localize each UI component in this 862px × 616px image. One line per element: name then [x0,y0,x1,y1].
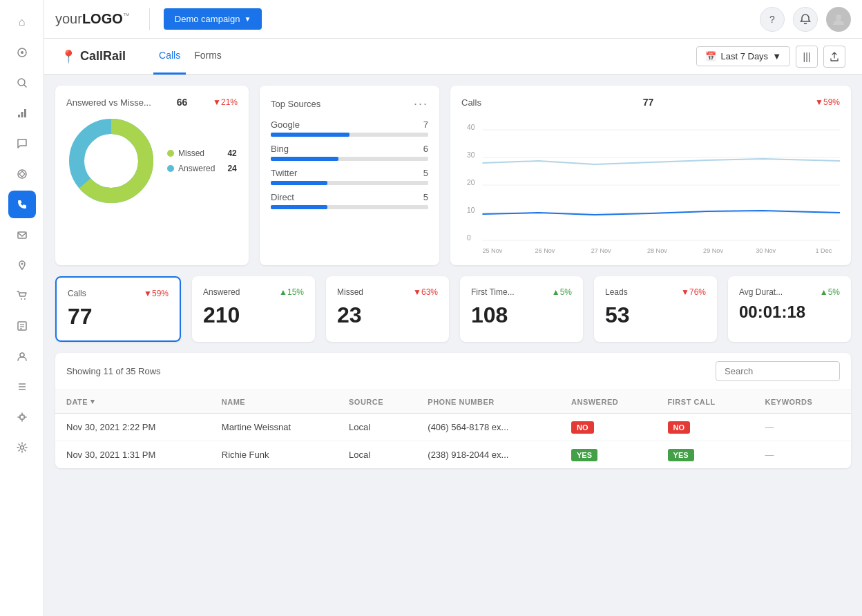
col-source: SOURCE [338,390,416,414]
col-answered: ANSWERED [560,390,657,414]
sources-card-header: Top Sources ··· [271,97,428,111]
avatar[interactable] [826,7,851,32]
cell-name: Martine Weissnat [211,414,338,441]
dashboard: Answered vs Misse... 66 ▼21% [44,75,862,479]
svg-text:20: 20 [467,179,475,186]
tab-forms[interactable]: Forms [189,39,227,75]
svg-text:40: 40 [467,124,475,131]
chart-icon[interactable] [8,99,36,127]
donut-card-title: Answered vs Misse... [66,97,151,108]
svg-text:30: 30 [467,151,475,159]
dropdown-arrow-icon: ▼ [244,15,251,23]
svg-point-21 [20,446,23,450]
svg-text:29 Nov: 29 Nov [703,247,723,254]
cell-source: Local [338,414,416,441]
svg-rect-20 [20,415,24,419]
home-icon[interactable]: ⌂ [8,8,36,36]
calls-badge: ▼59% [815,97,840,107]
donut-card-count: 66 [177,97,188,108]
user-icon[interactable] [8,343,36,370]
stat-card-avgduration[interactable]: Avg Durat... ▲5% 00:01:18 [728,276,851,342]
calls-chart-header: Calls 77 ▼59% [461,97,840,108]
search-input[interactable] [716,361,840,381]
list-icon[interactable] [8,373,36,401]
col-firstcall: FIRST CALL [657,390,754,414]
svg-text:27 Nov: 27 Nov [591,247,611,254]
cell-answered: NO [560,414,657,441]
svg-rect-8 [18,232,26,238]
source-row-bing: Bing 6 [271,144,428,161]
calendar-icon: 📅 [705,51,716,61]
legend-missed: Missed 42 [167,148,237,158]
legend-answered: Answered 24 [167,164,237,173]
svg-text:28 Nov: 28 Nov [647,247,667,254]
demo-campaign-button[interactable]: Demo campaign ▼ [164,8,262,30]
search-icon[interactable] [8,69,36,97]
svg-rect-4 [18,115,20,117]
firstcall-badge-yes: YES [668,449,694,461]
svg-point-16 [20,353,24,357]
answered-dot [167,165,174,172]
location-icon[interactable] [8,251,36,279]
pin-icon: 📍 [61,49,76,64]
cart-icon[interactable] [8,282,36,309]
table-row: Nov 30, 2021 1:31 PM Richie Funk Local (… [55,441,851,469]
donut-container: Missed 42 Answered 24 [66,116,238,206]
col-phone: PHONE NUMBER [416,390,560,414]
divider [149,8,150,30]
sources-card: Top Sources ··· Google 7 [260,86,439,265]
stat-card-firsttime[interactable]: First Time... ▲5% 108 [460,276,583,342]
donut-badge: ▼21% [213,97,238,107]
svg-text:26 Nov: 26 Nov [535,247,555,254]
bell-icon[interactable] [793,7,818,32]
stat-card-missed[interactable]: Missed ▼63% 23 [326,276,449,342]
calls-chart: 40 30 20 10 0 [461,116,840,254]
cell-date: Nov 30, 2021 1:31 PM [55,441,211,469]
stat-card-calls[interactable]: Calls ▼59% 77 [55,276,181,342]
calls-data-table: DATE ▾ NAME SOURCE PHONE NUMBER ANSWERED… [55,390,851,468]
calls-table: Showing 11 of 35 Rows DATE ▾ [55,353,851,468]
sidebar: ⌂ [0,0,44,616]
dropdown-arrow-icon: ▼ [772,51,781,61]
help-icon[interactable]: ? [760,7,785,32]
share-icon[interactable] [823,46,845,68]
svg-text:10: 10 [467,206,475,214]
stat-cards-row: Calls ▼59% 77 Answered ▲15% 210 [55,276,851,342]
phone-icon[interactable] [8,191,36,218]
chat-icon[interactable] [8,130,36,157]
date-filter-button[interactable]: 📅 Last 7 Days ▼ [696,46,790,66]
stat-card-leads[interactable]: Leads ▼76% 53 [594,276,717,342]
plugin-icon[interactable] [8,403,36,431]
cell-phone: (238) 918-2044 ex... [416,441,560,469]
table-toolbar: Showing 11 of 35 Rows [55,353,851,390]
source-bar-direct [271,205,327,209]
cell-firstcall: NO [657,414,754,441]
topbar: yourLOGO™ Demo campaign ▼ ? [44,0,862,39]
logo: yourLOGO™ [55,11,130,27]
reports-icon[interactable] [8,312,36,340]
cell-phone: (406) 564-8178 ex... [416,414,560,441]
columns-icon[interactable]: ||| [796,46,818,68]
sources-title: Top Sources [271,99,320,109]
col-date[interactable]: DATE ▾ [55,390,211,414]
stat-card-answered[interactable]: Answered ▲15% 210 [192,276,315,342]
svg-rect-5 [21,112,23,117]
settings-icon[interactable] [8,434,36,461]
answered-badge-yes: YES [571,449,597,461]
sources-list: Google 7 Bing 6 [271,119,428,209]
content: 📍 CallRail Calls Forms 📅 [44,39,862,616]
subheader-right: 📅 Last 7 Days ▼ ||| [696,46,845,68]
cell-name: Richie Funk [211,441,338,469]
attribution-icon[interactable] [8,160,36,188]
cell-date: Nov 30, 2021 2:22 PM [55,414,211,441]
table-showing: Showing 11 of 35 Rows [66,366,161,376]
svg-rect-6 [24,109,26,117]
analytics-icon[interactable] [8,39,36,66]
cell-keywords: — [754,441,851,469]
tab-calls[interactable]: Calls [153,39,186,75]
topbar-right: ? [760,7,851,32]
email-icon[interactable] [8,221,36,249]
subheader-left: 📍 CallRail Calls Forms [61,39,227,75]
firstcall-badge-no: NO [668,421,691,434]
sources-menu-icon[interactable]: ··· [414,97,428,111]
